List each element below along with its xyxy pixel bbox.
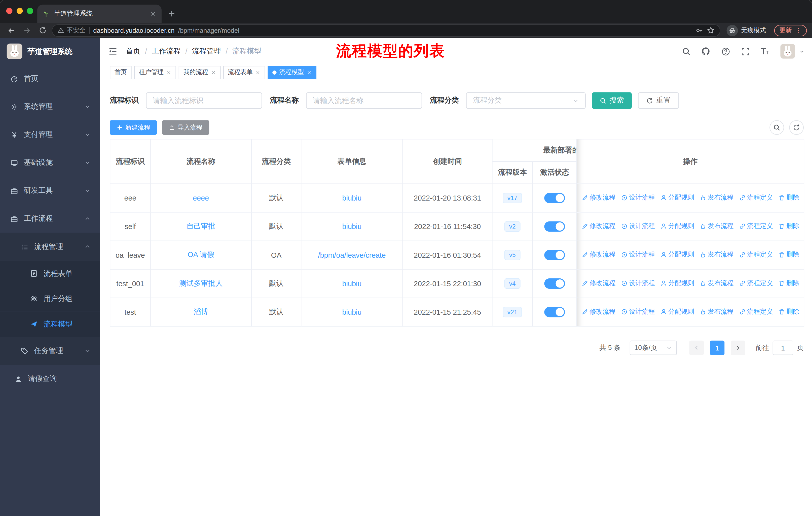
design-process-link[interactable]: 设计流程: [621, 193, 655, 202]
process-name-link[interactable]: OA 请假: [187, 250, 214, 259]
sidebar-item-process-models[interactable]: 流程模型: [0, 311, 100, 337]
sidebar-item-infrastructure[interactable]: 基础设施: [0, 148, 100, 176]
tag-tenant-management[interactable]: 租户管理: [134, 65, 176, 79]
github-button[interactable]: [697, 38, 714, 65]
sidebar-item-leave-query[interactable]: 请假查询: [0, 365, 100, 393]
avatar[interactable]: [781, 44, 795, 59]
form-info-link[interactable]: biubiu: [342, 308, 362, 316]
tag-home[interactable]: 首页: [110, 65, 132, 79]
reset-button[interactable]: 重置: [638, 92, 679, 109]
tag-my-processes[interactable]: 我的流程: [179, 65, 221, 79]
show-search-button[interactable]: [770, 120, 784, 135]
security-status[interactable]: 不安全: [57, 26, 85, 35]
breadcrumb-workflow[interactable]: 工作流程: [152, 47, 181, 56]
active-toggle[interactable]: [544, 193, 565, 203]
close-icon[interactable]: [307, 70, 312, 75]
process-definition-link[interactable]: 流程定义: [739, 279, 773, 288]
sidebar-item-process-forms[interactable]: 流程表单: [0, 261, 100, 286]
close-icon[interactable]: [255, 70, 261, 75]
search-button[interactable]: 搜索: [592, 92, 632, 109]
reload-button[interactable]: [36, 24, 49, 36]
process-name-link[interactable]: eeee: [193, 194, 209, 202]
delete-link[interactable]: 删除: [778, 250, 799, 259]
minimize-window-button[interactable]: [17, 8, 23, 14]
publish-process-link[interactable]: 发布流程: [699, 279, 734, 288]
bookmark-star-icon[interactable]: [707, 26, 715, 34]
browser-update-button[interactable]: 更新: [774, 25, 807, 36]
sidebar-item-user-groups[interactable]: 用户分组: [0, 286, 100, 312]
font-size-button[interactable]: [757, 38, 773, 65]
close-window-button[interactable]: [6, 8, 12, 14]
publish-process-link[interactable]: 发布流程: [699, 193, 734, 202]
key-icon[interactable]: [695, 26, 703, 34]
form-info-link[interactable]: /bpm/oa/leave/create: [318, 251, 386, 259]
address-bar[interactable]: 不安全 dashboard.yudao.iocoder.cn /bpm/mana…: [52, 24, 720, 36]
browser-tab[interactable]: 芋道管理系统: [37, 5, 162, 23]
modify-process-link[interactable]: 修改流程: [581, 222, 615, 231]
process-definition-link[interactable]: 流程定义: [739, 250, 773, 259]
breadcrumb-home[interactable]: 首页: [126, 47, 141, 56]
search-button[interactable]: [678, 38, 694, 65]
maximize-window-button[interactable]: [27, 8, 33, 14]
assign-rule-link[interactable]: 分配规则: [660, 307, 694, 316]
help-button[interactable]: [717, 38, 734, 65]
page-size-select[interactable]: 10条/页: [630, 341, 677, 355]
sidebar-item-home[interactable]: 首页: [0, 65, 100, 93]
page-number-1[interactable]: 1: [710, 341, 725, 355]
close-icon[interactable]: [166, 70, 171, 75]
goto-page-input[interactable]: [773, 341, 793, 355]
forward-button[interactable]: [21, 24, 33, 36]
sidebar-item-workflow[interactable]: 工作流程: [0, 205, 100, 233]
import-process-button[interactable]: 导入流程: [162, 120, 209, 135]
sidebar-item-process-management[interactable]: 流程管理: [0, 233, 100, 261]
process-category-select[interactable]: 流程分类: [466, 92, 586, 109]
new-tab-button[interactable]: [168, 10, 176, 18]
sidebar-toggle-button[interactable]: [100, 38, 126, 65]
back-button[interactable]: [5, 24, 18, 36]
form-info-link[interactable]: biubiu: [342, 279, 362, 288]
publish-process-link[interactable]: 发布流程: [699, 250, 734, 259]
prev-page-button[interactable]: [689, 341, 704, 355]
modify-process-link[interactable]: 修改流程: [581, 250, 615, 259]
tag-process-forms[interactable]: 流程表单: [223, 65, 265, 79]
fullscreen-button[interactable]: [737, 38, 754, 65]
assign-rule-link[interactable]: 分配规则: [660, 222, 694, 231]
process-name-link[interactable]: 测试多审批人: [179, 279, 223, 287]
design-process-link[interactable]: 设计流程: [621, 307, 655, 316]
tag-process-models[interactable]: 流程模型: [268, 65, 316, 79]
process-name-link[interactable]: 滔博: [194, 307, 208, 316]
active-toggle[interactable]: [544, 221, 565, 232]
delete-link[interactable]: 删除: [778, 222, 799, 231]
publish-process-link[interactable]: 发布流程: [699, 222, 734, 231]
assign-rule-link[interactable]: 分配规则: [660, 279, 694, 288]
delete-link[interactable]: 删除: [778, 279, 799, 288]
process-definition-link[interactable]: 流程定义: [739, 307, 773, 316]
form-info-link[interactable]: biubiu: [342, 194, 362, 202]
chevron-down-icon[interactable]: [799, 48, 805, 54]
breadcrumb-process-management[interactable]: 流程管理: [192, 47, 221, 56]
app-logo[interactable]: 芋道管理系统: [0, 38, 100, 65]
tab-close-icon[interactable]: [150, 10, 156, 17]
sidebar-item-devtools[interactable]: 研发工具: [0, 177, 100, 205]
modify-process-link[interactable]: 修改流程: [581, 307, 615, 316]
active-toggle[interactable]: [544, 307, 565, 317]
refresh-table-button[interactable]: [789, 120, 804, 135]
modify-process-link[interactable]: 修改流程: [581, 193, 615, 202]
delete-link[interactable]: 删除: [778, 193, 799, 202]
sidebar-item-task-management[interactable]: 任务管理: [0, 337, 100, 365]
active-toggle[interactable]: [544, 278, 565, 289]
process-name-input[interactable]: [306, 92, 422, 109]
delete-link[interactable]: 删除: [778, 307, 799, 316]
close-icon[interactable]: [211, 70, 216, 75]
next-page-button[interactable]: [731, 341, 745, 355]
sidebar-item-system[interactable]: 系统管理: [0, 93, 100, 121]
form-info-link[interactable]: biubiu: [342, 222, 362, 231]
process-name-link[interactable]: 自己审批: [186, 222, 215, 230]
sidebar-item-payment[interactable]: 支付管理: [0, 121, 100, 148]
design-process-link[interactable]: 设计流程: [621, 222, 655, 231]
create-process-button[interactable]: 新建流程: [110, 120, 157, 135]
assign-rule-link[interactable]: 分配规则: [660, 250, 694, 259]
assign-rule-link[interactable]: 分配规则: [660, 193, 694, 202]
design-process-link[interactable]: 设计流程: [621, 250, 655, 259]
process-id-input[interactable]: [146, 92, 262, 109]
